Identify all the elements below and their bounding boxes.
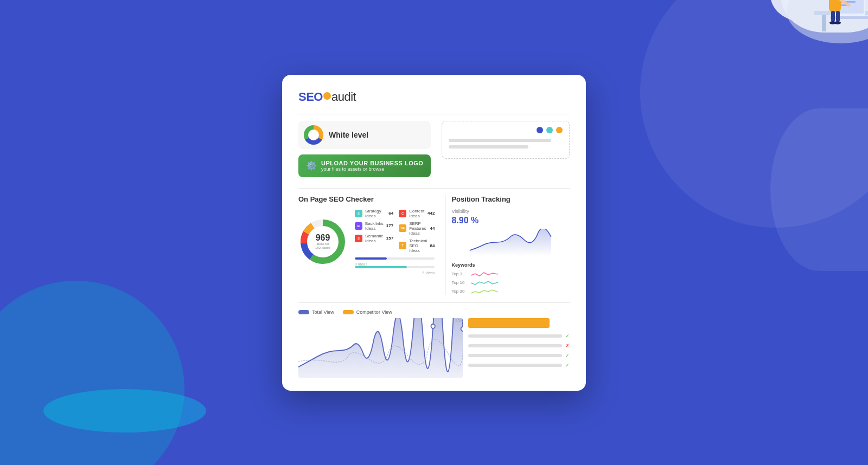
upload-title: UPLOAD YOUR BUSINESS LOGO <box>321 160 423 166</box>
idea-content: C Content Ideas 442 <box>399 209 435 218</box>
mini-line-fill-1 <box>468 334 562 338</box>
donut-center: 969 ideas for 182 pages <box>315 233 330 249</box>
ideas-col-left: S Strategy Ideas 64 B Backlinks Ideas 17… <box>355 209 393 253</box>
mini-line-fill-3 <box>468 354 562 357</box>
idea-semantic: S Semantic Ideas 157 <box>355 234 393 243</box>
visibility-label: Visibility <box>451 209 570 214</box>
svg-point-25 <box>431 324 435 328</box>
idea-count-content: 442 <box>427 211 435 216</box>
ideas-columns: S Strategy Ideas 64 B Backlinks Ideas 17… <box>355 209 435 253</box>
bg-shape-top-right <box>640 0 868 228</box>
legend-label-total: Total View <box>312 309 334 315</box>
donut-chart: 969 ideas for 182 pages <box>298 217 347 266</box>
mini-bar-orange <box>468 318 549 328</box>
white-level-row: White level ⚙️ UPLOAD YOUR BUSINESS LOGO… <box>298 121 570 179</box>
idea-technical: T Technical SEO Ideas 84 <box>399 238 435 253</box>
mini-line-fill-4 <box>468 364 562 367</box>
cross-icon-1: ✗ <box>565 343 570 348</box>
check-icon-3: ✓ <box>565 363 570 368</box>
preview-dot-blue <box>537 127 543 133</box>
idea-count-strategy: 64 <box>388 211 393 216</box>
visibility-value: 8.90 % <box>451 216 570 225</box>
keyword-sparkline-top10 <box>471 280 498 286</box>
main-card: SEO audit White level ⚙️ UPLOAD YOUR BUS… <box>282 75 586 391</box>
keyword-sparkline-top20 <box>471 288 498 295</box>
right-mini-panel: ✓ ✗ ✓ ✓ <box>468 318 570 378</box>
progress-fill-2 <box>355 266 407 268</box>
idea-badge-backlinks: B <box>355 222 362 230</box>
idea-badge-content: C <box>399 210 406 217</box>
idea-label-serp: SERP Features Ideas <box>409 221 427 236</box>
bg-curve-right <box>770 108 868 271</box>
chart-area-wrapper: 25K <box>298 318 570 378</box>
idea-label-technical: Technical SEO Ideas <box>409 238 427 253</box>
chart-section: Total View Competitor View 25K <box>298 309 570 378</box>
idea-serp: SF SERP Features Ideas 44 <box>399 221 435 236</box>
idea-label-backlinks: Backlinks Ideas <box>365 221 384 231</box>
seo-checker-title: On Page SEO Checker <box>298 195 435 203</box>
progress-area: 0 Ideas 5 Ideas <box>355 257 435 275</box>
idea-badge-strategy: S <box>355 210 362 217</box>
keyword-row-top3: Top 3 <box>451 271 570 277</box>
logo: SEO audit <box>298 90 570 104</box>
donut-area: 969 ideas for 182 pages S Strategy I <box>298 209 435 275</box>
bg-wave <box>43 389 206 432</box>
chart-legend: Total View Competitor View <box>298 309 570 315</box>
ideas-list: S Strategy Ideas 64 B Backlinks Ideas 17… <box>355 209 435 275</box>
idea-label-content: Content Ideas <box>409 209 425 218</box>
preview-line-1 <box>449 139 551 142</box>
idea-badge-serp: SF <box>399 224 406 232</box>
header-divider <box>298 114 570 114</box>
checklist-item-3: ✓ <box>468 353 570 358</box>
preview-dot-orange <box>556 127 563 133</box>
checklist-item-4: ✓ <box>468 363 570 368</box>
white-level-text: White level <box>329 131 368 139</box>
preview-line-2 <box>449 145 528 148</box>
seo-checker-section: On Page SEO Checker <box>298 195 435 295</box>
progress-fill-1 <box>355 257 387 260</box>
seo-row: On Page SEO Checker <box>298 195 570 295</box>
idea-badge-technical: T <box>399 242 406 249</box>
cloud-bg <box>781 0 868 33</box>
bg-shape-bottom-left <box>0 281 184 465</box>
progress-bar-2 <box>355 266 435 268</box>
keywords-title: Keywords <box>451 262 570 268</box>
progress-bar-1 <box>355 257 435 260</box>
ideas-col-right: C Content Ideas 442 SF SERP Features Ide… <box>399 209 435 253</box>
keyword-row-top10: Top 10 <box>451 280 570 286</box>
upload-text: UPLOAD YOUR BUSINESS LOGO your files to … <box>321 160 423 172</box>
checklist-item-2: ✗ <box>468 343 570 348</box>
checklist-item-1: ✓ <box>468 333 570 339</box>
progress-label-2: 5 Ideas <box>422 271 435 275</box>
right-panel-preview <box>442 121 570 159</box>
idea-strategy: S Strategy Ideas 64 <box>355 209 393 218</box>
idea-count-backlinks: 177 <box>386 223 393 228</box>
donut-label: ideas for 182 pages <box>315 242 330 249</box>
section-divider <box>298 188 570 189</box>
logo-gear-icon <box>323 92 331 100</box>
check-icon-2: ✓ <box>565 353 570 358</box>
white-level-badge: White level <box>298 121 431 149</box>
keywords-section: Keywords Top 3 Top 10 Top 20 <box>451 262 570 295</box>
keyword-label-top20: Top 20 <box>451 289 468 294</box>
white-level-icon-inner <box>308 130 319 140</box>
position-tracking-title: Position Tracking <box>451 195 570 203</box>
idea-label-semantic: Semantic Ideas <box>365 234 384 243</box>
upload-icon: ⚙️ <box>306 160 317 171</box>
keyword-row-top20: Top 20 <box>451 288 570 295</box>
legend-dot-total <box>298 310 309 314</box>
keyword-sparkline-top3 <box>471 271 498 277</box>
tracking-chart <box>451 229 570 256</box>
donut-number: 969 <box>315 233 330 242</box>
logo-audit: audit <box>331 90 356 104</box>
position-tracking-section: Position Tracking Visibility 8.90 % Keyw… <box>445 195 570 295</box>
keyword-label-top10: Top 10 <box>451 280 468 285</box>
upload-button[interactable]: ⚙️ UPLOAD YOUR BUSINESS LOGO your files … <box>298 154 431 177</box>
main-chart: 25K <box>298 318 463 378</box>
progress-label-0: 0 Ideas <box>355 262 367 266</box>
idea-count-semantic: 157 <box>386 236 393 241</box>
logo-seo: SEO <box>298 90 323 104</box>
legend-label-competitor: Competitor View <box>356 309 392 315</box>
idea-backlinks: B Backlinks Ideas 177 <box>355 221 393 231</box>
preview-dot-teal <box>546 127 553 133</box>
